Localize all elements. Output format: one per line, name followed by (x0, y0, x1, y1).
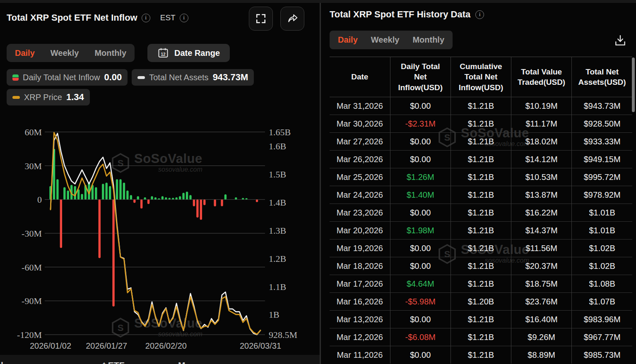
svg-text:-30M: -30M (22, 228, 42, 239)
svg-text:1B: 1B (269, 309, 279, 320)
table-row: Mar 19,2026$0.00$1.21B$11.56M$1.02B (330, 239, 632, 257)
history-table: DateDaily Total Net Inflow(USD)Cumulativ… (330, 57, 632, 364)
date-cell: Mar 17,2026 (330, 275, 390, 293)
column-header: Daily Total Net Inflow(USD) (390, 57, 450, 97)
value-cell: $4.64M (390, 275, 450, 293)
top-edge-strip (0, 0, 636, 3)
footer-fragment: t ETF (103, 360, 125, 364)
table-title: Total XRP Spot ETF History Data (330, 9, 470, 20)
svg-text:1.6B: 1.6B (269, 141, 286, 151)
date-cell: Mar 12,2026 (330, 328, 390, 346)
svg-text:928.5M: 928.5M (269, 330, 297, 340)
legend-label: Daily Total Net Inflow (23, 73, 100, 82)
tab-monthly[interactable]: Monthly (94, 48, 126, 58)
tab-monthly[interactable]: Monthly (412, 35, 444, 45)
footer-fragment: l (1, 360, 3, 364)
tab-daily[interactable]: Daily (338, 35, 358, 45)
value-cell: $0.00 (390, 97, 450, 115)
fullscreen-button[interactable] (249, 7, 273, 31)
svg-text:2026/03/31: 2026/03/31 (240, 341, 281, 350)
legend-label: Total Net Assets (149, 73, 208, 82)
svg-text:1.1B: 1.1B (269, 282, 286, 292)
value-cell: $0.00 (390, 311, 450, 328)
value-cell: $995.72M (572, 168, 632, 186)
legend-value: 943.73M (213, 72, 248, 83)
svg-text:2026/01/27: 2026/01/27 (86, 341, 127, 350)
table-row: Mar 13,2026$0.00$1.21B$16.40M$983.96M (330, 311, 632, 328)
svg-text:60M: 60M (24, 127, 42, 137)
value-cell: $933.33M (572, 133, 632, 151)
svg-text:12: 12 (161, 52, 166, 57)
table-header-row: Total XRP Spot ETF History Data i (330, 9, 484, 20)
net-inflow-panel: Total XRP Spot ETF Net Inflow i EST i Da… (0, 0, 320, 364)
legend-row: Daily Total Net Inflow 0.00 Total Net As… (7, 69, 254, 86)
bar-series-icon (12, 74, 19, 81)
value-cell: $1.07B (572, 293, 632, 311)
value-cell: $10.19M (511, 97, 572, 115)
svg-text:2026/01/02: 2026/01/02 (30, 341, 71, 350)
table-scrollbar[interactable] (632, 57, 635, 112)
info-icon[interactable]: i (142, 14, 150, 22)
value-cell: $985.73M (572, 346, 632, 364)
value-cell: $20.37M (511, 257, 572, 275)
value-cell: $0.00 (390, 239, 450, 257)
chart-period-tabs: Daily Weekly Monthly (7, 44, 135, 62)
table-header: DateDaily Total Net Inflow(USD)Cumulativ… (330, 57, 632, 97)
date-cell: Mar 16,2026 (330, 293, 390, 311)
svg-text:-60M: -60M (22, 262, 42, 273)
value-cell: $23.76M (511, 293, 572, 311)
value-cell: $16.40M (511, 311, 572, 328)
footer-fragment: M (178, 360, 186, 364)
svg-text:1.5B: 1.5B (269, 169, 286, 180)
download-button[interactable] (614, 34, 627, 48)
value-cell: $943.73M (572, 97, 632, 115)
history-data-panel: Total XRP Spot ETF History Data i Daily … (320, 0, 636, 364)
svg-text:30M: 30M (24, 161, 42, 171)
table-info-icon[interactable]: i (475, 10, 484, 19)
value-cell: -$2.31M (390, 115, 450, 133)
value-cell: $11.17M (511, 115, 572, 133)
svg-text:1.65B: 1.65B (269, 127, 291, 137)
value-cell: $1.20B (450, 293, 511, 311)
legend-value: 1.34 (66, 92, 84, 103)
legend-xrp-price[interactable]: XRP Price 1.34 (7, 89, 90, 105)
date-cell: Mar 25,2026 (330, 168, 390, 186)
tab-weekly[interactable]: Weekly (371, 35, 400, 45)
date-cell: Mar 23,2026 (330, 204, 390, 222)
assets-line-icon (137, 76, 145, 79)
value-cell: $967.77M (572, 328, 632, 346)
value-cell: $14.37M (511, 222, 572, 239)
value-cell: -$5.98M (390, 293, 450, 311)
value-cell: $1.26M (390, 168, 450, 186)
timezone-info-icon[interactable]: i (180, 14, 188, 22)
table-row: Mar 18,2026$0.00$1.21B$20.37M$1.02B (330, 257, 632, 275)
date-range-button[interactable]: 12 Date Range (147, 44, 230, 62)
date-cell: Mar 11,2026 (330, 346, 390, 364)
share-button[interactable] (280, 7, 304, 31)
value-cell: $1.01B (572, 204, 632, 222)
value-cell: $978.92M (572, 186, 632, 204)
legend-row: XRP Price 1.34 (7, 89, 90, 105)
value-cell: $983.96M (572, 311, 632, 328)
legend-total-net-assets[interactable]: Total Net Assets 943.73M (132, 69, 254, 86)
value-cell: -$6.08M (390, 328, 450, 346)
share-icon (286, 12, 299, 25)
value-cell: $11.56M (511, 239, 572, 257)
legend-daily-net-inflow[interactable]: Daily Total Net Inflow 0.00 (7, 69, 128, 86)
date-cell: Mar 31,2026 (330, 97, 390, 115)
tab-weekly[interactable]: Weekly (51, 48, 79, 58)
value-cell: $1.21B (450, 239, 511, 257)
value-cell: $1.21B (450, 204, 511, 222)
value-cell: $1.21B (450, 257, 511, 275)
legend-value: 0.00 (104, 72, 122, 83)
table-row: Mar 31,2026$0.00$1.21B$10.19M$943.73M (330, 97, 632, 115)
tab-daily[interactable]: Daily (15, 48, 35, 58)
value-cell: $1.98M (390, 222, 450, 239)
chart-title: Total XRP Spot ETF Net Inflow (7, 12, 137, 23)
table-row: Mar 20,2026$1.98M$1.21B$14.37M$1.01B (330, 222, 632, 239)
value-cell: $9.26M (511, 328, 572, 346)
value-cell: $1.01B (572, 222, 632, 239)
svg-text:1.2B: 1.2B (269, 254, 286, 264)
value-cell: $1.21B (450, 97, 511, 115)
svg-text:-120M: -120M (17, 330, 42, 340)
